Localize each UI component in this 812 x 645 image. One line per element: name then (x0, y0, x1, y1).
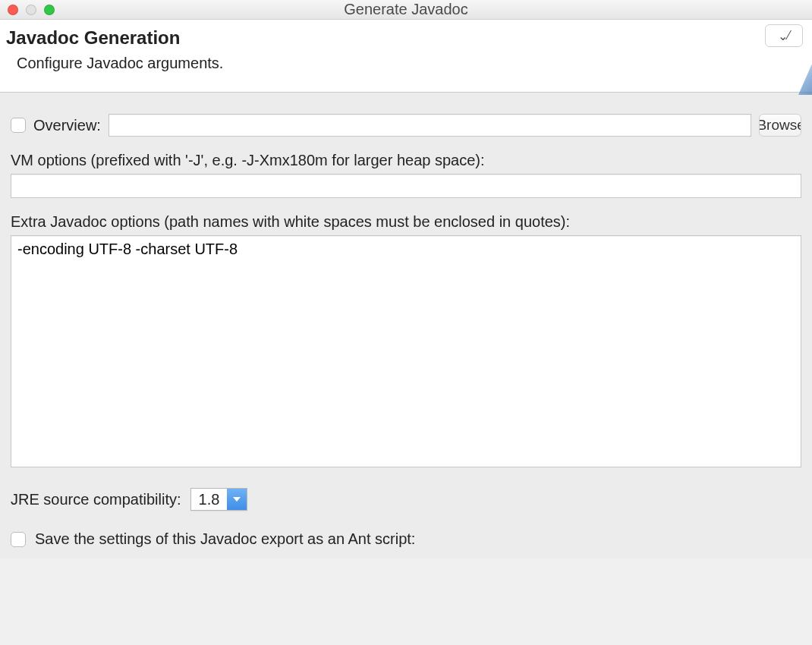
jre-compatibility-row: JRE source compatibility: 1.8 (11, 488, 801, 511)
overview-row: Overview: Browse... (11, 114, 801, 137)
dialog-header: ⌄ ⁄ Javadoc Generation Configure Javadoc… (0, 20, 812, 93)
vm-options-label: VM options (prefixed with '-J', e.g. -J-… (11, 152, 801, 169)
window-controls (8, 5, 55, 15)
save-ant-checkbox[interactable] (11, 532, 26, 547)
overview-label: Overview: (33, 117, 101, 134)
chevron-right-fragment-icon: ⁄ (788, 29, 790, 42)
jre-compatibility-value: 1.8 (191, 489, 228, 510)
zoom-window-button[interactable] (44, 5, 55, 15)
close-window-button[interactable] (8, 5, 18, 15)
jre-compatibility-label: JRE source compatibility: (11, 491, 181, 508)
browse-button-label: Browse... (759, 117, 801, 134)
chevron-down-icon: ⌄ (778, 29, 788, 43)
overview-browse-button[interactable]: Browse... (759, 114, 801, 137)
extra-options-textarea[interactable] (11, 235, 801, 467)
extra-options-label: Extra Javadoc options (path names with w… (11, 213, 801, 231)
dialog-title: Javadoc Generation (6, 27, 801, 49)
window-title: Generate Javadoc (344, 1, 467, 18)
window-titlebar: Generate Javadoc (0, 0, 812, 20)
dialog-body: Overview: Browse... VM options (prefixed… (0, 93, 812, 558)
vm-options-input[interactable] (11, 174, 801, 198)
save-ant-row: Save the settings of this Javadoc export… (11, 530, 801, 548)
jre-compatibility-select[interactable]: 1.8 (190, 488, 248, 511)
overview-input[interactable] (109, 114, 751, 137)
save-ant-label: Save the settings of this Javadoc export… (35, 530, 415, 548)
dialog-description: Configure Javadoc arguments. (17, 55, 801, 72)
chevron-down-icon (227, 489, 247, 510)
overview-checkbox[interactable] (11, 118, 26, 133)
header-dropdown-button[interactable]: ⌄ ⁄ (765, 24, 803, 47)
minimize-window-button[interactable] (26, 5, 36, 15)
